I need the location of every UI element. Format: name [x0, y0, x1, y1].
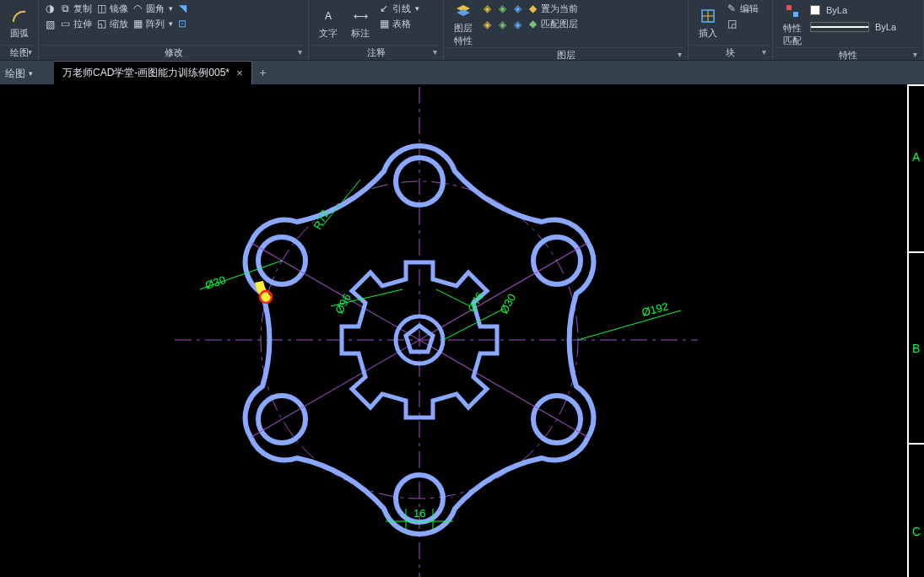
match-layer-button[interactable]: ◆ 匹配图层	[527, 17, 578, 30]
chevron-down-icon: ▾	[678, 50, 682, 59]
dimension-button[interactable]: ⟷ 标注	[346, 2, 375, 45]
table-button[interactable]: ▦ 表格	[378, 17, 419, 30]
array-icon: ▦	[132, 18, 143, 30]
chevron-down-icon: ▾	[433, 47, 437, 57]
grid-label: C	[912, 525, 921, 538]
grid-label: B	[912, 342, 920, 355]
mirror-button[interactable]: ◫ 镜像	[95, 2, 128, 15]
layer-tool[interactable]: ◈	[481, 2, 493, 15]
model-space[interactable]: R72 Ø30 Ø96 Ø76 Ø30 Ø192 16	[0, 84, 907, 577]
generic-icon: ▧	[44, 19, 56, 30]
edit-icon: ✎	[726, 3, 738, 14]
block-tool[interactable]: ◲	[726, 17, 759, 30]
fillet-button[interactable]: ◠ 圆角▾	[132, 2, 173, 15]
tool-row[interactable]: ▧	[44, 18, 56, 31]
panel-footer-draw-left[interactable]: 绘图▾	[0, 61, 38, 86]
leader-icon: ↙	[378, 3, 390, 14]
dimension-icon: ⟷	[351, 7, 370, 25]
svg-line-20	[436, 289, 470, 306]
panel-footer-annot[interactable]: 注释▾	[312, 45, 440, 60]
text-icon: A	[319, 7, 338, 25]
layer-icon: ◈	[496, 19, 508, 30]
generic-icon: ◑	[44, 3, 56, 14]
insert-icon	[699, 7, 717, 25]
panel-footer-props[interactable]: 特性▾	[776, 47, 920, 62]
chevron-down-icon: ▾	[298, 47, 302, 57]
tool-row[interactable]: ◑	[44, 2, 56, 15]
layer-icon: ◈	[481, 3, 493, 14]
scale-button[interactable]: ◱ 缩放	[95, 17, 128, 30]
layer-icon: ◈	[511, 19, 523, 30]
panel-footer-draw[interactable]: 绘图▾	[3, 45, 35, 60]
edit-block-button[interactable]: ✎ 编辑	[726, 2, 759, 15]
dim-d96: Ø96	[332, 292, 354, 316]
generic-icon: ◥	[176, 3, 188, 14]
tool-row[interactable]: ◥	[176, 2, 188, 15]
fillet-icon: ◠	[132, 3, 143, 14]
ribbon-toolbar: 圆弧 绘图▾ ◑ ▧ ⧉ 复制 ▭ 拉伸	[0, 0, 924, 61]
layer-match-icon: ◆	[527, 18, 538, 30]
mirror-icon: ◫	[95, 3, 107, 14]
tool-row[interactable]: ⊡	[176, 17, 188, 30]
layer-icon: ◈	[511, 3, 523, 14]
layer-tool[interactable]: ◈	[511, 18, 523, 31]
layer-icon: ◈	[496, 3, 508, 14]
document-tabbar: 万老师CAD学堂-画图能力训练例005* × +	[0, 61, 924, 84]
svg-rect-1	[786, 5, 792, 10]
arc-icon	[10, 7, 29, 25]
close-icon[interactable]: ×	[236, 67, 243, 79]
layer-tool[interactable]: ◈	[481, 18, 493, 31]
cad-drawing: R72 Ø30 Ø96 Ø76 Ø30 Ø192 16	[0, 84, 907, 577]
new-tab-button[interactable]: +	[252, 61, 274, 84]
layer-tool[interactable]: ◈	[496, 18, 508, 31]
chevron-down-icon: ▾	[762, 47, 766, 57]
lineweight-swatch[interactable]: ByLa	[810, 20, 896, 34]
drawing-area: R72 Ø30 Ø96 Ø76 Ø30 Ø192 16 A B C	[0, 84, 924, 577]
grid-label: A	[912, 150, 920, 164]
dim-d30: Ø30	[203, 273, 227, 292]
vertical-rule: A B C	[907, 84, 924, 577]
leader-button[interactable]: ↙ 引线▾	[378, 2, 419, 15]
layer-props-button[interactable]: 图层 特性	[449, 2, 478, 47]
tab-title: 万老师CAD学堂-画图能力训练例005*	[62, 66, 230, 80]
scale-icon: ◱	[95, 18, 107, 30]
chevron-down-icon: ▾	[913, 50, 917, 59]
layer-icon: ◈	[481, 19, 493, 30]
match-props-button[interactable]: 特性 匹配	[778, 2, 807, 47]
chevron-down-icon: ▾	[28, 47, 32, 57]
panel-footer-modify[interactable]: 修改▾	[42, 45, 305, 60]
set-current-button[interactable]: ◆ 置为当前	[527, 2, 578, 15]
insert-button[interactable]: 插入	[694, 2, 722, 45]
stretch-button[interactable]: ▭ 拉伸	[59, 17, 92, 30]
layer-tool[interactable]: ◈	[496, 2, 508, 15]
dim-d30b: Ø30	[497, 292, 518, 316]
layer-current-icon: ◆	[527, 3, 538, 14]
copy-icon: ⧉	[59, 3, 71, 14]
layer-tool[interactable]: ◈	[511, 2, 523, 15]
dim-w16: 16	[413, 507, 425, 520]
color-swatch[interactable]: ByLa	[810, 3, 896, 17]
text-button[interactable]: A 文字	[314, 2, 343, 45]
stretch-icon: ▭	[59, 18, 71, 30]
panel-footer-layer[interactable]: 图层▾	[447, 47, 684, 62]
copy-button[interactable]: ⧉ 复制	[59, 2, 92, 15]
match-props-icon	[783, 2, 802, 20]
array-button[interactable]: ▦ 阵列▾	[132, 17, 173, 30]
plus-icon: +	[260, 66, 267, 79]
table-icon: ▦	[378, 18, 390, 30]
generic-icon: ◲	[726, 18, 738, 30]
layers-icon	[454, 2, 473, 20]
document-tab[interactable]: 万老师CAD学堂-画图能力训练例005* ×	[54, 61, 252, 84]
arc-button[interactable]: 圆弧	[5, 2, 34, 45]
svg-line-22	[578, 310, 681, 340]
dim-d192: Ø192	[640, 300, 669, 319]
panel-footer-block[interactable]: 块▾	[692, 45, 769, 60]
generic-icon: ⊡	[176, 18, 188, 30]
svg-rect-2	[793, 12, 798, 17]
